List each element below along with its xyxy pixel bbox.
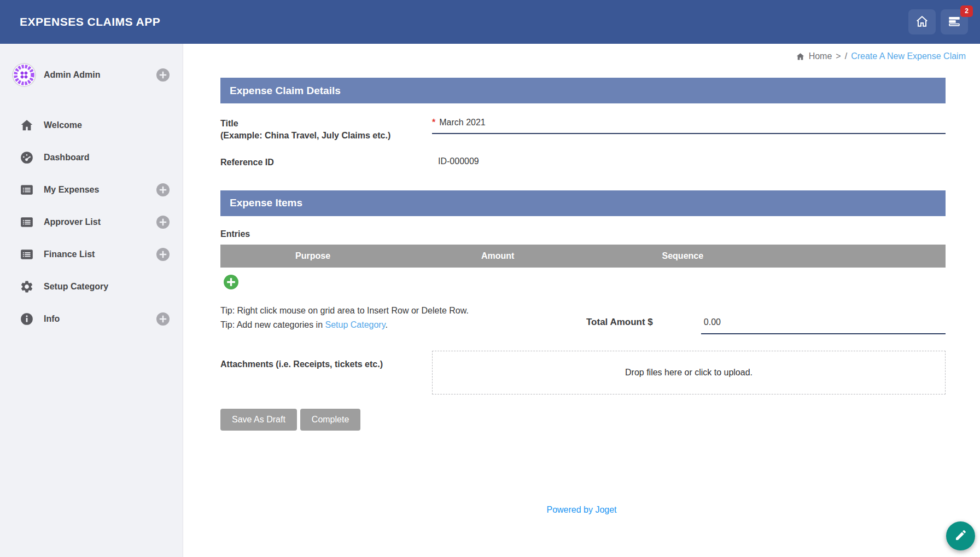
sidebar-item-label: My Expenses bbox=[44, 185, 99, 195]
powered-by-joget-link[interactable]: Powered by Joget bbox=[546, 505, 616, 514]
user-name: Admin Admin bbox=[44, 70, 100, 80]
add-icon[interactable] bbox=[156, 183, 170, 196]
attachments-label: Attachments (i.e. Receipts, tickets etc.… bbox=[220, 351, 432, 394]
user-profile[interactable]: Admin Admin bbox=[12, 62, 170, 88]
sidebar-item-info[interactable]: Info bbox=[0, 303, 183, 335]
inbox-button[interactable]: 2 bbox=[941, 9, 968, 34]
breadcrumb: Home > / Create A New Expense Claim bbox=[796, 51, 966, 61]
sidebar-item-finance-list[interactable]: Finance List bbox=[0, 238, 183, 270]
grid-column-sequence: Sequence bbox=[590, 251, 775, 261]
breadcrumb-separator: / bbox=[845, 51, 847, 61]
entries-grid-header: Purpose Amount Sequence bbox=[220, 245, 946, 268]
sidebar-nav: Welcome Dashboard bbox=[0, 109, 183, 335]
section-title: Expense Items bbox=[230, 197, 302, 209]
edit-fab-button[interactable] bbox=[946, 521, 975, 550]
entries-label: Entries bbox=[220, 229, 946, 239]
reference-id-label: Reference ID bbox=[220, 156, 432, 169]
reference-id-value: ID-000009 bbox=[432, 156, 946, 169]
breadcrumb-separator: > bbox=[836, 51, 841, 61]
header-actions: 2 bbox=[908, 9, 968, 34]
sidebar-item-setup-category[interactable]: Setup Category bbox=[0, 270, 183, 303]
form-actions: Save As Draft Complete bbox=[220, 409, 946, 431]
main-content: Home > / Create A New Expense Claim Expe… bbox=[183, 44, 980, 557]
entries-grid-body bbox=[220, 268, 946, 297]
breadcrumb-current[interactable]: Create A New Expense Claim bbox=[851, 51, 966, 61]
list-icon bbox=[20, 183, 34, 197]
sidebar-item-label: Finance List bbox=[44, 250, 95, 259]
total-amount-input[interactable]: 0.00 bbox=[701, 317, 946, 334]
attachments-row: Attachments (i.e. Receipts, tickets etc.… bbox=[220, 351, 946, 394]
sidebar: Admin Admin Welcome Da bbox=[0, 44, 183, 557]
list-icon bbox=[20, 215, 34, 229]
sidebar-item-label: Setup Category bbox=[44, 282, 108, 292]
section-header-claim-details: Expense Claim Details bbox=[220, 78, 946, 103]
inbox-list-icon bbox=[947, 14, 961, 30]
add-icon[interactable] bbox=[156, 312, 170, 326]
reference-id-row: Reference ID ID-000009 bbox=[220, 141, 946, 190]
breadcrumb-home-link[interactable]: Home bbox=[809, 51, 832, 61]
sidebar-item-label: Welcome bbox=[44, 120, 82, 130]
setup-category-link[interactable]: Setup Category bbox=[325, 320, 386, 329]
info-icon bbox=[20, 312, 34, 326]
section-title: Expense Claim Details bbox=[230, 85, 341, 97]
save-as-draft-button[interactable]: Save As Draft bbox=[220, 409, 297, 431]
add-row-button[interactable] bbox=[224, 275, 238, 289]
tips-and-total-row: Tip: Right click mouse on grid area to I… bbox=[220, 304, 946, 334]
home-icon bbox=[915, 14, 929, 30]
home-icon bbox=[796, 52, 805, 61]
grid-column-amount: Amount bbox=[405, 251, 590, 261]
title-label: Title (Example: China Travel, July Claim… bbox=[220, 118, 432, 141]
notification-badge: 2 bbox=[960, 5, 973, 17]
home-icon bbox=[20, 118, 34, 132]
required-asterisk: * bbox=[432, 118, 435, 127]
footer: Powered by Joget bbox=[183, 505, 980, 515]
dashboard-icon bbox=[20, 150, 34, 165]
gear-icon bbox=[20, 280, 34, 294]
sidebar-item-dashboard[interactable]: Dashboard bbox=[0, 141, 183, 173]
sidebar-item-my-expenses[interactable]: My Expenses bbox=[0, 173, 183, 206]
expense-claim-form: Expense Claim Details Title (Example: Ch… bbox=[220, 78, 946, 431]
grid-tips: Tip: Right click mouse on grid area to I… bbox=[220, 304, 586, 334]
tip-add-categories: Tip: Add new categories in Setup Categor… bbox=[220, 318, 586, 332]
add-icon[interactable] bbox=[156, 68, 170, 82]
title-field-row: Title (Example: China Travel, July Claim… bbox=[220, 103, 946, 141]
app-title: EXPENSES CLAIMS APP bbox=[20, 15, 160, 28]
app-header: EXPENSES CLAIMS APP 2 bbox=[0, 0, 980, 44]
grid-column-purpose: Purpose bbox=[220, 251, 405, 261]
list-icon bbox=[20, 247, 34, 262]
sidebar-item-approver-list[interactable]: Approver List bbox=[0, 206, 183, 238]
total-amount-label: Total Amount $ bbox=[586, 317, 653, 328]
sidebar-item-welcome[interactable]: Welcome bbox=[0, 109, 183, 141]
sidebar-item-label: Approver List bbox=[44, 217, 101, 227]
file-dropzone[interactable]: Drop files here or click to upload. bbox=[432, 351, 946, 394]
title-input-value: March 2021 bbox=[439, 118, 486, 127]
complete-button[interactable]: Complete bbox=[300, 409, 360, 431]
title-input[interactable]: * March 2021 bbox=[432, 118, 946, 134]
section-header-expense-items: Expense Items bbox=[220, 190, 946, 216]
add-icon[interactable] bbox=[156, 248, 170, 261]
avatar bbox=[12, 63, 36, 87]
home-button[interactable] bbox=[908, 9, 936, 34]
dropzone-text: Drop files here or click to upload. bbox=[625, 368, 752, 378]
total-amount-row: Total Amount $ 0.00 bbox=[586, 304, 946, 334]
sidebar-item-label: Dashboard bbox=[44, 153, 90, 163]
add-row-icon bbox=[224, 275, 238, 289]
add-icon[interactable] bbox=[156, 216, 170, 229]
tip-insert-row: Tip: Right click mouse on grid area to I… bbox=[220, 304, 586, 318]
sidebar-item-label: Info bbox=[44, 314, 60, 324]
pencil-icon bbox=[954, 529, 967, 543]
